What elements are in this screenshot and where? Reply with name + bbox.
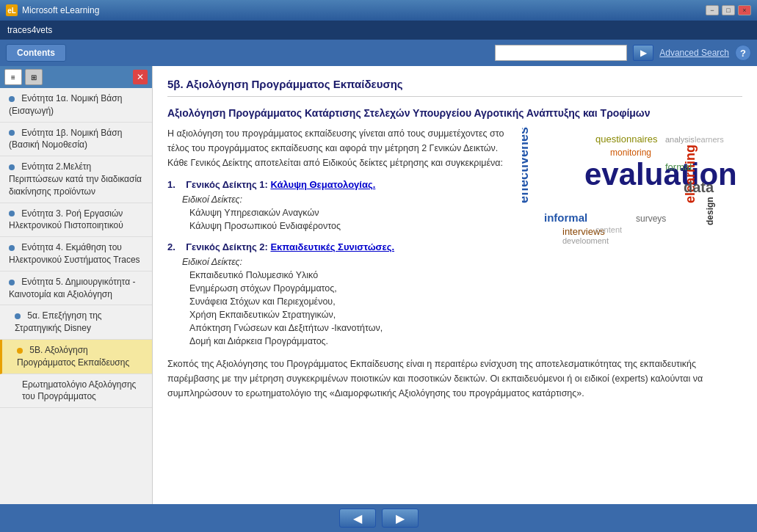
wc-data: data: [684, 179, 714, 195]
bullet-icon: [9, 164, 15, 170]
contents-button[interactable]: Contents: [6, 44, 66, 62]
section-2-item-0: Εκπαιδευτικό Πολυμεσικό Υλικό: [189, 270, 742, 280]
wc-development: development: [562, 236, 609, 244]
main-area: ≡ ⊞ ✕ Ενότητα 1α. Νομική Βάση (Εισαγωγή)…: [0, 66, 757, 504]
bullet-icon: [9, 211, 15, 216]
wc-evaluation: evaluation: [584, 157, 737, 192]
bullet-icon: [9, 245, 15, 251]
title-bar: eL Microsoft eLearning − □ ×: [0, 0, 757, 21]
title-bar-buttons: − □ ×: [706, 5, 751, 15]
sidebar-content: Ενότητα 1α. Νομική Βάση (Εισαγωγή) Ενότη…: [0, 88, 152, 504]
app-title: traces4vets: [7, 25, 52, 35]
sidebar-item-4[interactable]: Ενότητα 4. Εκμάθηση του Ηλεκτρονικού Συσ…: [0, 237, 152, 272]
section-2-link[interactable]: Εκπαιδευτικές Συνιστώσες.: [270, 241, 394, 252]
sidebar-toolbar: ≡ ⊞ ✕: [0, 66, 152, 88]
sidebar-item-3[interactable]: Ενότητα 3. Ροή Εργασιών Ηλεκτρονικού Πισ…: [0, 203, 152, 238]
wc-surveys: surveys: [636, 214, 666, 224]
maximize-button[interactable]: □: [722, 5, 735, 15]
section-2-item-4: Απόκτηση Γνώσεων και Δεξιτήτων -Ικανοτήτ…: [189, 323, 742, 333]
sidebar-list-view-button[interactable]: ≡: [4, 69, 22, 85]
sidebar-item-1b[interactable]: Ενότητα 1β. Νομική Βάση (Βασική Νομοθεσί…: [0, 123, 152, 157]
sidebar-item-5[interactable]: Ενότητα 5. Δημιουργικότητα - Καινοτομία …: [0, 272, 152, 306]
search-input[interactable]: [495, 45, 627, 61]
content-title: 5β. Αξιολόγηση Προγράμματος Εκπαίδευσης: [167, 78, 742, 97]
title-bar-text: Microsoft eLearning: [22, 5, 706, 15]
advanced-search-link[interactable]: Advanced Search: [659, 48, 729, 58]
content-area: 5β. Αξιολόγηση Προγράμματος Εκπαίδευσης …: [153, 66, 757, 504]
toolbar: Contents ▶ Advanced Search ?: [0, 40, 757, 66]
wc-content: content: [595, 225, 622, 234]
section-2-item-1: Ενημέρωση στόχων Προγράμματος,: [189, 283, 742, 294]
section-2-item-3: Χρήση Εκπαιδευτικών Στρατηγικών,: [189, 310, 742, 320]
sidebar-item-5b[interactable]: 5Β. Αξολόγηση Προγράμματος Εκπαίδευσης: [0, 340, 152, 374]
minimize-button[interactable]: −: [706, 5, 719, 15]
sidebar-item-1a[interactable]: Ενότητα 1α. Νομική Βάση (Εισαγωγή): [0, 88, 152, 123]
word-cloud: evaluation effectiveness questionnaires …: [522, 126, 742, 244]
wc-effectiveness: effectiveness: [522, 126, 531, 203]
app-bar: traces4vets: [0, 21, 757, 40]
wc-analysis: analysis: [665, 135, 695, 144]
close-button[interactable]: ×: [738, 5, 751, 15]
section-2-item-5: Δομή και Διάρκεια Προγράμματος.: [189, 336, 742, 346]
content-conclusion: Σκοπός της Αξιολόγησης του Προγράμματος …: [167, 357, 742, 401]
prev-button[interactable]: ◀: [339, 509, 376, 528]
search-button[interactable]: ▶: [633, 45, 653, 61]
next-button[interactable]: ▶: [382, 509, 419, 528]
sidebar-item-5a[interactable]: 5α. Επεξήγηση της Στρατηγικής Disney: [0, 305, 152, 340]
bullet-icon: [9, 96, 15, 102]
app-icon: eL: [6, 4, 18, 16]
sidebar-item-questionnaire[interactable]: Ερωτηματολόγιο Αξολόγησης του Προγράμματ…: [0, 374, 152, 409]
bullet-icon: [15, 313, 21, 319]
bottom-navigation: ◀ ▶: [0, 504, 757, 532]
wc-design: design: [705, 197, 715, 225]
section-2-item-2: Συνάφεια Στόχων και Περιεχομένου,: [189, 296, 742, 307]
section-1-link[interactable]: Κάλυψη Θεματολογίας.: [270, 179, 375, 190]
intro-text: Η αξιολόγηση του προγράμματος εκπαίδευση…: [167, 128, 504, 168]
word-cloud-svg: evaluation effectiveness questionnaires …: [522, 126, 742, 244]
bullet-icon: [9, 130, 15, 136]
content-subtitle: Αξιολόγηση Προγράμματος Κατάρτισης Στελε…: [167, 107, 742, 119]
sidebar-close-button[interactable]: ✕: [133, 70, 148, 84]
bullet-icon: [9, 280, 15, 285]
sidebar-item-2[interactable]: Ενότητα 2.Μελέτη Περιπτώσεων κατά την δι…: [0, 156, 152, 203]
wc-questionnaires: questionnaires: [595, 134, 658, 145]
wc-formal: formal: [665, 161, 692, 172]
bullet-active-icon: [17, 348, 23, 354]
section-2-eidikoi: Ειδικοί Δείκτες:: [182, 257, 742, 267]
sidebar-grid-view-button[interactable]: ⊞: [25, 69, 43, 85]
wc-learners: learners: [695, 135, 724, 144]
section-2: 2. Γενικός Δείκτης 2: Εκπαιδευτικές Συνι…: [167, 241, 742, 346]
help-button[interactable]: ?: [735, 45, 751, 61]
sidebar: ≡ ⊞ ✕ Ενότητα 1α. Νομική Βάση (Εισαγωγή)…: [0, 66, 153, 504]
wc-monitoring: monitoring: [610, 147, 651, 158]
wc-informal: informal: [544, 211, 587, 224]
